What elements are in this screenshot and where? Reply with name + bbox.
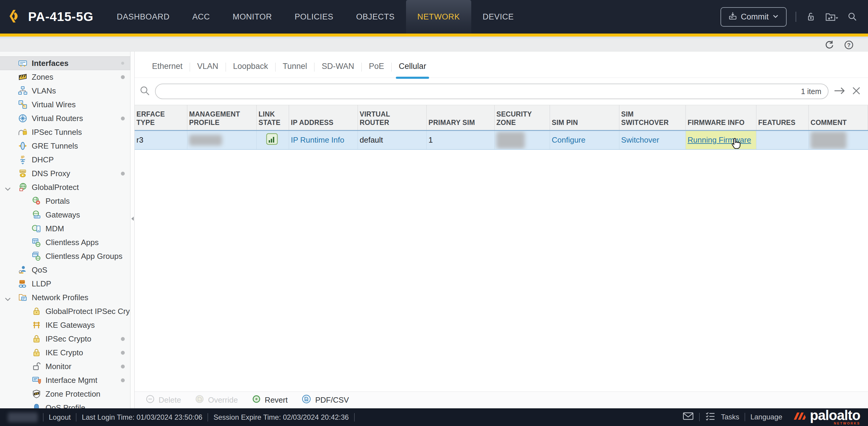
col-firmware-info[interactable]: FIRMWARE INFO — [686, 105, 756, 130]
link-state-up-icon[interactable] — [266, 133, 279, 148]
sidebar-item-clientless-apps[interactable]: Clientless Apps — [0, 235, 130, 249]
sidebar-item-mdm[interactable]: MDM — [0, 222, 130, 235]
tab-poe[interactable]: PoE — [362, 62, 391, 78]
sidebar-item-dhcp[interactable]: IP DHCP — [0, 153, 130, 167]
nav-objects[interactable]: OBJECTS — [345, 0, 406, 33]
sidebar-item-qos[interactable]: QoS — [0, 263, 130, 277]
tab-sd-wan[interactable]: SD-WAN — [314, 62, 362, 78]
interface-type-tabs: Ethernet VLAN Loopback Tunnel SD-WAN PoE… — [135, 52, 868, 78]
sidebar-item-monitor[interactable]: Monitor — [0, 360, 130, 373]
sidebar-item-vlans[interactable]: VLANs — [0, 84, 130, 98]
sidebar-item-globalprotect-ipsec-crypto[interactable]: GlobalProtect IPSec Crypto — [0, 304, 130, 318]
apply-filter-icon[interactable] — [833, 86, 846, 97]
nav-acc[interactable]: ACC — [181, 0, 221, 33]
sidebar-item-globalprotect[interactable]: GlobalProtect — [0, 180, 130, 194]
configure-link[interactable]: Configure — [552, 135, 586, 145]
language-link[interactable]: Language — [750, 413, 782, 421]
clear-filter-icon[interactable] — [851, 86, 861, 97]
nav-network[interactable]: NETWORK — [406, 0, 471, 33]
cell-firmware-info: Running Firmware — [686, 131, 756, 149]
ip-runtime-info-link[interactable]: IP Runtime Info — [291, 135, 344, 145]
clientless-apps-icon — [32, 237, 41, 247]
commit-button[interactable]: Commit — [720, 7, 786, 27]
sidebar-item-virtual-wires[interactable]: Virtual Wires — [0, 98, 130, 111]
chevron-down-icon[interactable] — [4, 184, 11, 194]
lock-icon[interactable] — [805, 11, 816, 22]
sidebar-item-interfaces[interactable]: Interfaces — [0, 56, 130, 70]
footer-divider — [745, 413, 745, 421]
sidebar-item-virtual-routers[interactable]: Virtual Routers — [0, 111, 130, 125]
logout-link[interactable]: Logout — [49, 413, 71, 422]
global-find-icon[interactable] — [847, 11, 858, 22]
sidebar-item-zone-protection[interactable]: Zone Protection — [0, 387, 130, 401]
gateways-icon — [32, 210, 41, 220]
pdf-csv-button[interactable]: PDF/CSV — [301, 394, 349, 406]
col-sim-switchover[interactable]: SIM SWITCHOVER — [619, 105, 686, 130]
tab-vlan[interactable]: VLAN — [190, 62, 226, 78]
footer-right: Tasks Language paloalto NETWORKS — [682, 409, 860, 425]
col-management-profile[interactable]: MANAGEMENT PROFILE — [187, 105, 257, 130]
tab-ethernet[interactable]: Ethernet — [145, 62, 190, 78]
sidebar-item-gre-tunnels[interactable]: GRE Tunnels — [0, 139, 130, 153]
collapse-sidebar-icon[interactable] — [131, 216, 134, 223]
col-sim-pin[interactable]: SIM PIN — [550, 105, 619, 130]
tasks-icon[interactable] — [705, 411, 716, 423]
tab-loopback[interactable]: Loopback — [226, 62, 275, 78]
table-header: ERFACE TYPE MANAGEMENT PROFILE LINK STAT… — [135, 105, 868, 130]
nav-dashboard[interactable]: DASHBOARD — [105, 0, 181, 33]
search-input[interactable] — [163, 87, 801, 96]
sidebar-item-clientless-app-groups[interactable]: Clientless App Groups — [0, 249, 130, 263]
status-dot — [121, 337, 125, 341]
nav-device[interactable]: DEVICE — [471, 0, 525, 33]
override-button[interactable]: Override — [195, 394, 238, 406]
sidebar-splitter[interactable] — [130, 52, 135, 408]
help-icon[interactable]: ? — [843, 39, 854, 50]
svg-text:IP: IP — [21, 155, 24, 160]
col-primary-sim[interactable]: PRIMARY SIM — [427, 105, 495, 130]
sidebar-item-ike-crypto[interactable]: IKE Crypto — [0, 346, 130, 360]
sidebar-item-gateways[interactable]: Gateways — [0, 208, 130, 222]
config-search-folder-icon[interactable] — [825, 11, 838, 22]
username-redacted — [8, 413, 38, 422]
delete-button[interactable]: Delete — [146, 394, 181, 406]
hand-cursor-icon — [731, 138, 741, 149]
zones-icon — [18, 72, 28, 82]
sidebar-item-ike-gateways[interactable]: IKE Gateways — [0, 318, 130, 332]
sidebar-item-interface-mgmt[interactable]: Interface Mgmt — [0, 373, 130, 387]
nav-monitor[interactable]: MONITOR — [221, 0, 283, 33]
mdm-icon — [32, 224, 41, 233]
table-row[interactable]: r3 IP Runtime Info default 1 Configure S… — [135, 130, 868, 150]
sidebar-item-network-profiles[interactable]: Network Profiles — [0, 291, 130, 304]
tasks-link[interactable]: Tasks — [721, 413, 739, 421]
sidebar-item-qos-profile[interactable]: QoS Profile — [0, 401, 130, 408]
refresh-icon[interactable] — [824, 39, 835, 50]
interfaces-icon — [18, 58, 28, 68]
col-features[interactable]: FEATURES — [756, 105, 809, 130]
clientless-app-groups-icon — [32, 251, 41, 261]
zone-protection-icon — [32, 389, 41, 399]
tab-tunnel[interactable]: Tunnel — [276, 62, 314, 78]
table-search-row: 1 item — [135, 78, 868, 105]
search-pill: 1 item — [155, 84, 829, 99]
col-interface-type[interactable]: ERFACE TYPE — [135, 105, 187, 130]
mail-icon[interactable] — [682, 411, 694, 422]
sidebar-item-ipsec-tunnels[interactable]: IPSec Tunnels — [0, 125, 130, 139]
revert-button[interactable]: Revert — [252, 394, 288, 406]
sidebar-item-ipsec-crypto[interactable]: IPSec Crypto — [0, 332, 130, 346]
col-comment[interactable]: COMMENT — [809, 105, 868, 130]
nav-policies[interactable]: POLICIES — [283, 0, 345, 33]
running-firmware-link[interactable]: Running Firmware — [688, 135, 751, 145]
col-ip-address[interactable]: IP ADDRESS — [289, 105, 358, 130]
chevron-down-icon[interactable] — [4, 295, 11, 304]
sidebar-item-lldp[interactable]: LLDP — [0, 277, 130, 291]
col-security-zone[interactable]: SECURITY ZONE — [495, 105, 550, 130]
tab-cellular[interactable]: Cellular — [392, 62, 434, 78]
switchover-link[interactable]: Switchover — [621, 135, 659, 145]
cell-features — [756, 131, 809, 149]
col-virtual-router[interactable]: VIRTUAL ROUTER — [358, 105, 427, 130]
sidebar-item-portals[interactable]: Portals — [0, 194, 130, 208]
sidebar-item-zones[interactable]: Zones — [0, 70, 130, 84]
network-profiles-icon — [18, 293, 28, 302]
sidebar-item-dns-proxy[interactable]: DNS DNS Proxy — [0, 167, 130, 180]
col-link-state[interactable]: LINK STATE — [257, 105, 289, 130]
